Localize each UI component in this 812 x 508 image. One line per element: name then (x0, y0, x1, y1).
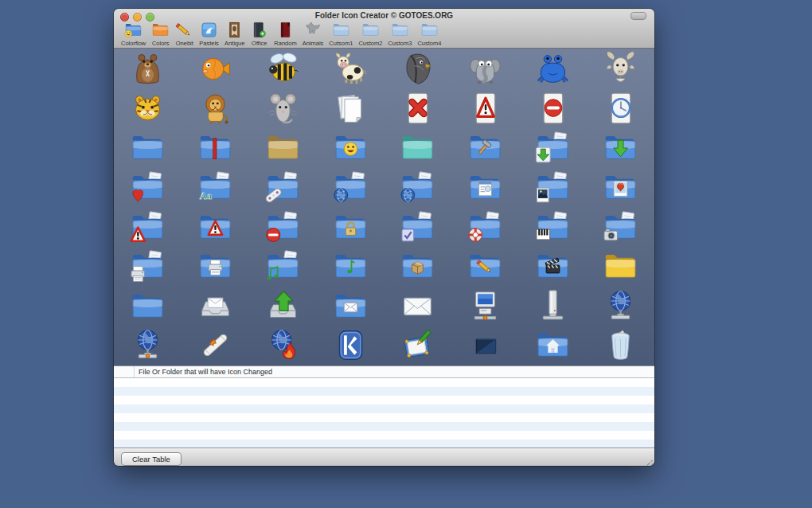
icon-folder-favorites-heart[interactable] (114, 168, 182, 208)
icon-folder-webpage[interactable] (451, 168, 519, 208)
icon-folder-music-notes[interactable] (249, 247, 317, 287)
icon-network-globe-2[interactable] (114, 326, 182, 365)
toolbar-item-onebit[interactable]: Onebit (175, 21, 193, 47)
icon-kde[interactable] (317, 326, 385, 365)
icon-outbox-tray[interactable] (249, 287, 317, 326)
icon-eagle[interactable] (385, 49, 452, 89)
icon-folder-games[interactable] (249, 168, 317, 208)
icon-workstation[interactable] (451, 287, 519, 326)
icon-folder-mail[interactable] (317, 287, 385, 326)
toolbar-item-label: Cutsom1 (329, 40, 353, 47)
icon-folder-smiley[interactable] (317, 128, 385, 168)
icon-folder-lifebuoy[interactable] (451, 207, 519, 247)
icon-frog[interactable] (519, 49, 587, 89)
icon-folder-fonts[interactable]: Aa (182, 168, 249, 208)
toolbar-item-custom2[interactable]: Custom2 (358, 21, 382, 47)
icon-no-entry-card[interactable] (519, 89, 587, 129)
icon-folder-music-note[interactable] (317, 247, 385, 287)
icon-folder-camera[interactable] (587, 207, 654, 247)
toolbar-item-custom3[interactable]: Custom3 (388, 21, 412, 47)
icon-folder-download-box[interactable] (519, 128, 587, 168)
icon-folder-warning[interactable] (114, 207, 182, 247)
icon-mouse[interactable] (249, 89, 317, 129)
toolbar-item-colors[interactable]: Colors (151, 21, 170, 47)
icon-folder-print[interactable] (114, 247, 182, 287)
icon-trash-full[interactable] (587, 326, 654, 365)
icon-folder-globe[interactable] (317, 168, 385, 208)
antique-icon (225, 21, 244, 39)
icon-folder-pencil[interactable] (451, 247, 519, 287)
icon-delete-card[interactable] (385, 89, 452, 129)
icon-folder-locked[interactable] (317, 207, 385, 247)
icon-folder-warning-big[interactable] (182, 207, 249, 247)
icon-folder-photo[interactable] (519, 168, 587, 208)
icon-folder-no-entry[interactable] (249, 207, 317, 247)
icon-folder-pictures[interactable] (587, 168, 654, 208)
icon-folder-download-arrow[interactable] (587, 128, 654, 168)
table-icon-column (114, 366, 135, 377)
icon-envelope[interactable] (385, 287, 452, 326)
pastels-icon (200, 21, 218, 39)
toolbar-item-label: Pastels (199, 40, 219, 47)
icon-blowfish[interactable] (182, 49, 249, 89)
icon-folder-printer[interactable] (182, 247, 249, 287)
toolbar-item-label: Office (252, 40, 267, 47)
toolbar-item-cutsom1[interactable]: Cutsom1 (329, 21, 353, 47)
toolbar-item-random[interactable]: Random (274, 21, 296, 47)
toolbar-item-colorflow[interactable]: Colorflow (121, 21, 146, 47)
icon-folder-piano[interactable] (519, 207, 587, 247)
icon-folder-hammer[interactable] (451, 128, 519, 168)
icon-bear[interactable] (114, 49, 182, 89)
icon-folder-plain[interactable] (114, 287, 182, 326)
toolbar-item-label: Colors (152, 40, 170, 47)
file-drop-table[interactable] (114, 378, 654, 447)
desktop: { "window": { "title": "Folder Icon Crea… (0, 0, 812, 508)
toolbar: ColorflowColorsOnebitPastelsAntiqueOffic… (121, 21, 651, 47)
icon-folder-checkbox[interactable] (385, 207, 452, 247)
icon-cow[interactable] (317, 49, 385, 89)
icon-network-globe[interactable] (587, 287, 654, 326)
icon-lion[interactable] (182, 89, 249, 129)
toolbar-item-label: Antique (224, 40, 244, 47)
toolbar-item-antique[interactable]: Antique (224, 21, 244, 47)
icon-clock-card[interactable] (587, 89, 654, 129)
window-title: Folder Icon Creator © GOTOES.ORG (162, 11, 607, 20)
icon-dark-screen[interactable] (451, 326, 519, 365)
app-window: Folder Icon Creator © GOTOES.ORG Colorfl… (114, 9, 654, 466)
icon-firewall-globe[interactable] (249, 326, 317, 365)
colorflow-icon (124, 21, 142, 39)
icon-folder-yellow[interactable] (587, 247, 654, 287)
random-icon (276, 21, 295, 39)
icon-folder-package[interactable] (385, 247, 452, 287)
toolbar-item-animals[interactable]: Animals (303, 21, 324, 47)
custom-icon (361, 21, 380, 39)
icon-folder-teal[interactable] (385, 128, 452, 168)
icon-folder-home[interactable] (519, 326, 587, 365)
toolbar-item-label: Custom2 (358, 40, 382, 47)
clear-table-button[interactable]: Clear Table (121, 452, 182, 466)
icon-goat[interactable] (587, 49, 654, 89)
icon-folder-tan[interactable] (249, 128, 317, 168)
toolbar-item-label: Colorflow (121, 40, 146, 47)
icon-server-tower[interactable] (519, 287, 587, 326)
icon-folder-globe-2[interactable] (385, 168, 452, 208)
resize-grip[interactable] (645, 460, 653, 466)
toolbar-item-pastels[interactable]: Pastels (199, 21, 219, 47)
toolbar-item-label: Animals (303, 40, 324, 47)
icon-folder-video[interactable] (519, 247, 587, 287)
icon-folder-blue[interactable] (114, 128, 182, 168)
icon-notepad[interactable] (385, 326, 452, 365)
toolbar-toggle-button[interactable] (630, 12, 646, 20)
toolbar-item-custom4[interactable]: Custom4 (417, 21, 441, 47)
bottom-bar: Clear Table (114, 447, 654, 466)
icon-warning-card[interactable] (451, 89, 519, 129)
icon-folder-red-stripe[interactable] (182, 128, 249, 168)
icon-tiger[interactable] (114, 89, 182, 129)
toolbar-item-office[interactable]: Office (250, 21, 268, 47)
icon-documents[interactable] (317, 89, 385, 129)
icon-inbox-tray[interactable] (182, 287, 249, 326)
icon-diploma[interactable] (182, 326, 249, 365)
custom-icon (420, 21, 439, 39)
icon-bee[interactable] (249, 49, 317, 89)
icon-elephant[interactable] (451, 49, 519, 89)
